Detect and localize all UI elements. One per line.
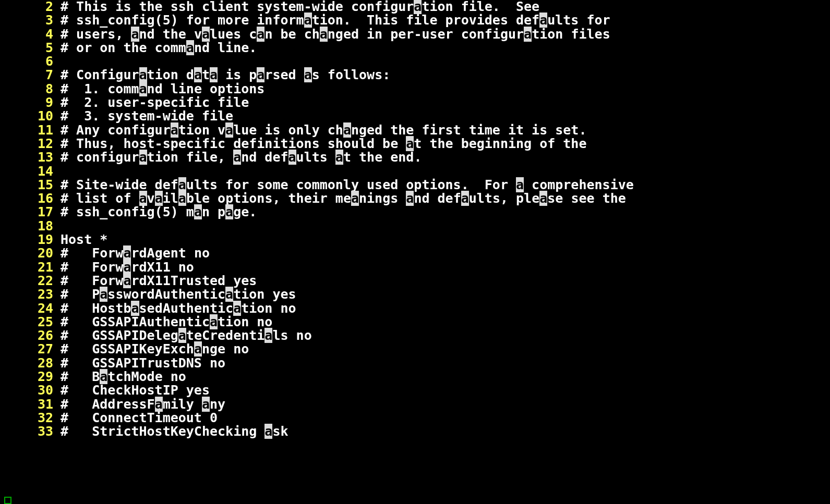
line-number: 6 (0, 55, 61, 68)
line-text: # or on the command line. (61, 41, 257, 55)
code-line[interactable]: 11# Any configuration value is only chan… (0, 124, 830, 137)
line-number: 14 (0, 165, 61, 178)
code-line[interactable]: 33# StrictHostKeyChecking ask (0, 425, 830, 438)
line-text: # GSSAPIKeyExchange no (61, 342, 249, 356)
code-line[interactable]: 19Host * (0, 233, 830, 247)
code-line[interactable]: 10# 3. system-wide file (0, 109, 830, 123)
line-number: 9 (0, 96, 61, 109)
code-line[interactable]: 31# AddressFamily any (0, 398, 830, 411)
line-number: 2 (0, 0, 61, 14)
line-text: # ForwardX11Trusted yes (61, 274, 257, 288)
line-number: 33 (0, 425, 61, 438)
line-text: # BatchMode no (61, 370, 186, 384)
line-number: 21 (0, 261, 61, 274)
line-number: 31 (0, 398, 61, 411)
line-text: # ConnectTimeout 0 (61, 411, 218, 425)
line-number: 25 (0, 315, 61, 329)
line-text: # 3. system-wide file (61, 109, 233, 123)
line-number: 28 (0, 357, 61, 370)
line-number: 27 (0, 342, 61, 356)
line-number: 19 (0, 233, 61, 247)
line-number: 22 (0, 274, 61, 288)
line-number: 11 (0, 124, 61, 137)
code-line[interactable]: 25# GSSAPIAuthentication no (0, 315, 830, 329)
line-text: # AddressFamily any (61, 398, 225, 411)
line-text: # ssh_config(5) man page. (61, 205, 257, 219)
code-line[interactable]: 8# 1. command line options (0, 82, 830, 96)
code-line[interactable]: 14 (0, 165, 830, 178)
line-number: 8 (0, 82, 61, 96)
line-number: 29 (0, 370, 61, 384)
line-text: # ssh_config(5) for more information. Th… (61, 14, 610, 27)
corner-indicator (4, 497, 11, 504)
line-text: # ForwardX11 no (61, 261, 194, 274)
line-number: 23 (0, 288, 61, 301)
code-line[interactable]: 6 (0, 55, 830, 68)
line-text: # CheckHostIP yes (61, 384, 210, 397)
line-number: 12 (0, 137, 61, 151)
line-text: # 1. command line options (61, 82, 264, 96)
line-text: # 2. user-specific file (61, 96, 249, 109)
code-line[interactable]: 20# ForwardAgent no (0, 247, 830, 260)
line-number: 20 (0, 247, 61, 260)
line-text: # GSSAPITrustDNS no (61, 357, 225, 370)
line-number: 10 (0, 109, 61, 123)
line-number: 17 (0, 205, 61, 219)
code-line[interactable]: 3# ssh_config(5) for more information. T… (0, 14, 830, 27)
code-line[interactable]: 5# or on the command line. (0, 41, 830, 55)
code-line[interactable]: 28# GSSAPITrustDNS no (0, 357, 830, 370)
code-line[interactable]: 26# GSSAPIDelegateCredentials no (0, 329, 830, 342)
code-line[interactable]: 18 (0, 219, 830, 233)
code-line[interactable]: 23# PasswordAuthentication yes (0, 288, 830, 301)
line-text: # GSSAPIAuthentication no (61, 315, 272, 329)
line-text: # Any configuration value is only change… (61, 124, 586, 137)
line-text: # GSSAPIDelegateCredentials no (61, 329, 312, 342)
line-text: # HostbasedAuthentication no (61, 302, 296, 315)
line-text: # StrictHostKeyChecking ask (61, 425, 288, 438)
code-line[interactable]: 21# ForwardX11 no (0, 261, 830, 274)
code-line[interactable]: 30# CheckHostIP yes (0, 384, 830, 397)
line-number: 4 (0, 28, 61, 41)
code-line[interactable]: 16# list of available options, their mea… (0, 192, 830, 205)
code-line[interactable]: 12# Thus, host-specific definitions shou… (0, 137, 830, 151)
line-text: # This is the ssh client system-wide con… (61, 0, 539, 14)
code-line[interactable]: 15# Site-wide defaults for some commonly… (0, 178, 830, 192)
code-line[interactable]: 2# This is the ssh client system-wide co… (0, 0, 830, 14)
line-text: # Site-wide defaults for some commonly u… (61, 178, 634, 192)
code-line[interactable]: 7# Configuration data is parsed as follo… (0, 68, 830, 82)
code-line[interactable]: 17# ssh_config(5) man page. (0, 205, 830, 219)
line-number: 16 (0, 192, 61, 205)
line-number: 24 (0, 302, 61, 315)
line-text: # Configuration data is parsed as follow… (61, 68, 390, 82)
code-line[interactable]: 27# GSSAPIKeyExchange no (0, 342, 830, 356)
code-line[interactable]: 4# users, and the values can be changed … (0, 28, 830, 41)
line-number: 7 (0, 68, 61, 82)
line-text: # list of available options, their meani… (61, 192, 626, 205)
line-number: 5 (0, 41, 61, 55)
code-line[interactable]: 24# HostbasedAuthentication no (0, 302, 830, 315)
line-number: 13 (0, 151, 61, 164)
line-number: 15 (0, 178, 61, 192)
line-text: # PasswordAuthentication yes (61, 288, 296, 301)
line-number: 32 (0, 411, 61, 425)
code-line[interactable]: 32# ConnectTimeout 0 (0, 411, 830, 425)
line-number: 30 (0, 384, 61, 397)
line-text: # Thus, host-specific definitions should… (61, 137, 586, 151)
line-text: # configuration file, and defaults at th… (61, 151, 422, 164)
text-editor[interactable]: 2# This is the ssh client system-wide co… (0, 0, 830, 439)
line-text: # users, and the values can be changed i… (61, 28, 610, 41)
code-line[interactable]: 13# configuration file, and defaults at … (0, 151, 830, 164)
code-line[interactable]: 9# 2. user-specific file (0, 96, 830, 109)
code-line[interactable]: 29# BatchMode no (0, 370, 830, 384)
line-text: # ForwardAgent no (61, 247, 210, 260)
code-line[interactable]: 22# ForwardX11Trusted yes (0, 274, 830, 288)
line-text: Host * (61, 233, 107, 247)
line-number: 3 (0, 14, 61, 27)
line-number: 26 (0, 329, 61, 342)
line-number: 18 (0, 219, 61, 233)
